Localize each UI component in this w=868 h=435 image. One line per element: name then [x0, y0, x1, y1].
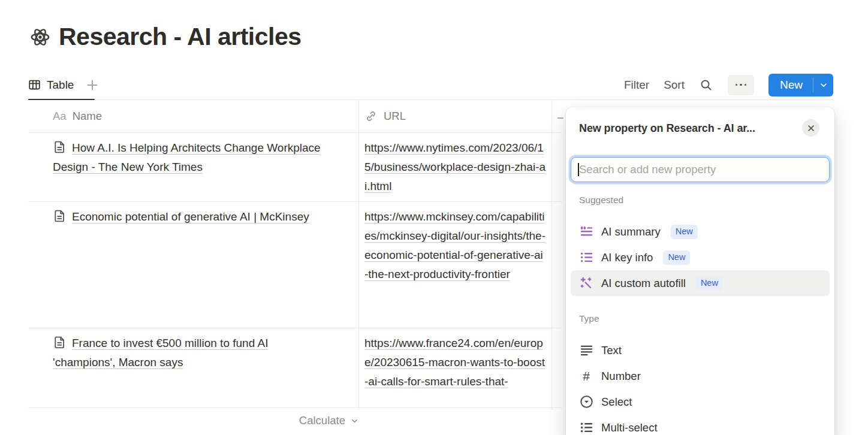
- chevron-down-icon: [351, 417, 358, 425]
- ai-custom-autofill-icon: [579, 276, 593, 291]
- table-row: How A.I. Is Helping Architects Change Wo…: [28, 133, 562, 202]
- menu-item-number[interactable]: # Number: [571, 363, 830, 389]
- page-link[interactable]: Economic potential of generative AI | Mc…: [72, 210, 309, 223]
- title-property-icon: Aa: [53, 110, 67, 123]
- new-property-popup: New property on Research - AI ar... Sugg…: [566, 107, 834, 435]
- column-header-name[interactable]: Aa Name: [28, 110, 358, 123]
- name-cell[interactable]: France to invest €500 million to fund AI…: [28, 328, 358, 407]
- multi-select-icon: [579, 421, 593, 435]
- more-options-button[interactable]: [728, 75, 754, 95]
- name-cell[interactable]: How A.I. Is Helping Architects Change Wo…: [28, 133, 358, 201]
- view-toolbar: Table Filter Sort Ne: [28, 70, 833, 100]
- tab-table-label: Table: [47, 78, 74, 92]
- menu-item-label: AI summary: [601, 225, 661, 238]
- menu-item-label: AI key info: [601, 251, 653, 264]
- column-header-url[interactable]: URL: [358, 110, 551, 123]
- sort-button[interactable]: Sort: [664, 78, 685, 92]
- new-badge: New: [663, 250, 690, 265]
- text-caret: [578, 163, 579, 176]
- add-view-button[interactable]: [86, 78, 99, 92]
- text-icon: [579, 343, 593, 358]
- section-label-suggested: Suggested: [566, 194, 834, 206]
- add-column-icon[interactable]: [557, 117, 563, 119]
- new-badge: New: [696, 276, 723, 291]
- page-icon: [53, 209, 67, 223]
- new-dropdown-chevron-icon[interactable]: [813, 74, 833, 96]
- type-menu: Text # Number Select: [566, 324, 834, 435]
- page-title: Research - AI articles: [59, 23, 302, 51]
- menu-item-select[interactable]: Select: [571, 389, 830, 415]
- menu-item-label: Number: [601, 370, 641, 383]
- page-link[interactable]: France to invest €500 million to fund AI…: [53, 337, 268, 368]
- column-divider[interactable]: [551, 100, 552, 410]
- table-row: France to invest €500 million to fund AI…: [28, 328, 562, 408]
- menu-item-ai-custom-autofill[interactable]: AI custom autofill New: [571, 270, 830, 296]
- page-header: Research - AI articles: [30, 23, 302, 51]
- table-row: Economic potential of generative AI | Mc…: [28, 202, 562, 328]
- filter-button[interactable]: Filter: [624, 78, 649, 92]
- select-icon: [579, 395, 593, 409]
- menu-item-multi-select[interactable]: Multi-select: [571, 415, 830, 435]
- page-icon: [53, 140, 67, 154]
- section-label-type: Type: [566, 313, 834, 324]
- atom-page-icon[interactable]: [30, 27, 50, 47]
- menu-item-ai-summary[interactable]: AI summary New: [571, 219, 830, 244]
- close-icon[interactable]: [802, 119, 819, 137]
- link-icon: [364, 110, 378, 123]
- menu-item-label: Select: [601, 395, 632, 409]
- column-name-label: Name: [73, 110, 102, 123]
- new-button[interactable]: New: [768, 74, 813, 96]
- page-icon: [53, 336, 67, 349]
- url-cell[interactable]: https://www.nytimes.com/2023/06/15/busin…: [358, 133, 551, 201]
- popup-title: New property on Research - AI ar...: [579, 119, 755, 135]
- database-table: Aa Name URL: [28, 100, 562, 408]
- menu-item-label: AI custom autofill: [601, 277, 686, 290]
- menu-item-text[interactable]: Text: [571, 337, 830, 363]
- column-divider[interactable]: [358, 100, 359, 410]
- dot: [740, 84, 742, 86]
- page-link[interactable]: How A.I. Is Helping Architects Change Wo…: [53, 141, 321, 173]
- url-cell[interactable]: https://www.france24.com/en/europe/20230…: [358, 328, 551, 407]
- name-cell[interactable]: Economic potential of generative AI | Mc…: [28, 202, 358, 328]
- suggested-menu: AI summary New AI key info New: [566, 206, 834, 296]
- ai-summary-icon: [579, 225, 593, 239]
- new-badge: New: [671, 225, 698, 239]
- notion-database-page: Research - AI articles Table: [0, 0, 868, 435]
- new-button-group: New: [768, 74, 833, 96]
- menu-item-label: Text: [601, 344, 622, 357]
- table-view-icon: [28, 78, 41, 91]
- property-search-input[interactable]: [571, 157, 830, 182]
- ai-key-info-icon: [579, 250, 593, 265]
- calculate-footer[interactable]: Calculate: [28, 410, 358, 427]
- dot: [745, 84, 747, 86]
- tab-table-view[interactable]: Table: [28, 70, 74, 99]
- menu-item-ai-key-info[interactable]: AI key info New: [571, 244, 830, 270]
- calculate-label: Calculate: [299, 414, 345, 427]
- url-cell[interactable]: https://www.mckinsey.com/capabilities/mc…: [358, 202, 551, 328]
- column-url-label: URL: [384, 110, 406, 123]
- search-icon[interactable]: [699, 78, 713, 92]
- number-icon: #: [579, 369, 593, 383]
- table-header-row: Aa Name URL: [28, 100, 562, 133]
- dot: [736, 84, 738, 86]
- menu-item-label: Multi-select: [601, 421, 658, 434]
